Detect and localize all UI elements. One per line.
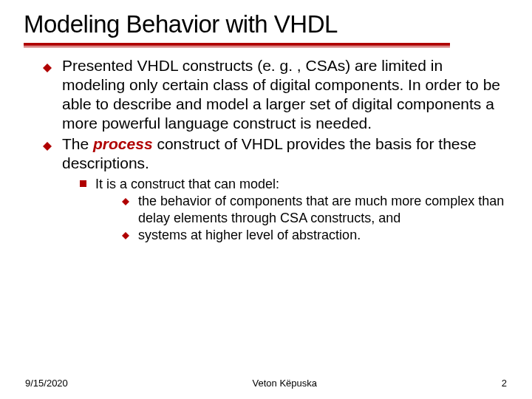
page-title: Modeling Behavior with VHDL: [24, 10, 508, 38]
sub-intro-text: It is a construct that can model:: [95, 176, 508, 193]
slide-footer: 9/15/2020 Veton Këpuska 2: [0, 378, 532, 389]
bullet-text: Presented VHDL constructs (e. g. , CSAs)…: [62, 56, 508, 133]
bullet-text: the behavior of components that are much…: [138, 193, 508, 227]
list-item: the behavior of components that are much…: [122, 193, 508, 227]
svg-marker-1: [43, 142, 52, 151]
bullet-list-level-1: Presented VHDL constructs (e. g. , CSAs)…: [43, 56, 508, 173]
svg-marker-3: [122, 198, 129, 205]
bullet-list-level-2: It is a construct that can model: the be…: [80, 176, 508, 244]
footer-author: Veton Këpuska: [253, 378, 317, 389]
slide-body: Presented VHDL constructs (e. g. , CSAs)…: [24, 49, 508, 390]
bullet-text: The process construct of VHDL provides t…: [62, 134, 508, 173]
square-bullet-icon: [80, 180, 86, 187]
list-item: Presented VHDL constructs (e. g. , CSAs)…: [43, 56, 508, 133]
bullet-list-level-3: the behavior of components that are much…: [95, 193, 508, 244]
diamond-bullet-icon: [43, 64, 52, 72]
list-item: It is a construct that can model: the be…: [80, 176, 508, 244]
bullet-text: systems at higher level of abstraction.: [138, 227, 361, 244]
list-item: The process construct of VHDL provides t…: [43, 134, 508, 173]
list-item: systems at higher level of abstraction.: [122, 227, 508, 244]
footer-date: 9/15/2020: [25, 378, 68, 389]
slide: Modeling Behavior with VHDL Presented VH…: [0, 0, 532, 399]
sub-bullet-content: It is a construct that can model: the be…: [95, 176, 508, 244]
diamond-bullet-icon: [122, 232, 129, 239]
emphasized-text: process: [93, 135, 153, 152]
svg-marker-4: [122, 232, 129, 239]
title-underline: [24, 43, 450, 47]
svg-marker-0: [43, 64, 52, 72]
diamond-bullet-icon: [43, 142, 52, 151]
diamond-bullet-icon: [122, 198, 129, 205]
title-block: Modeling Behavior with VHDL: [24, 10, 508, 47]
svg-rect-2: [80, 180, 86, 187]
text-fragment: The: [62, 135, 93, 152]
footer-page-number: 2: [502, 378, 507, 389]
